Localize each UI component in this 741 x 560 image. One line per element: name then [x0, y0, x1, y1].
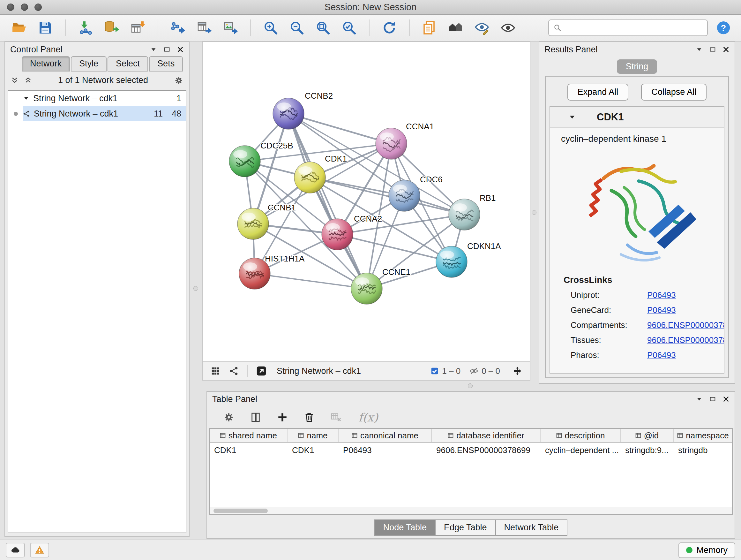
panel-float-icon[interactable]: [709, 46, 716, 53]
zoom-fit-button[interactable]: [312, 17, 334, 38]
tab-string[interactable]: String: [617, 59, 657, 74]
node-CCNA2[interactable]: [322, 219, 353, 250]
import-table-button[interactable]: [126, 17, 149, 38]
column-header-description[interactable]: description: [541, 429, 621, 442]
control-panel-title: Control Panel: [10, 45, 63, 55]
table-settings-button[interactable]: [220, 409, 238, 426]
collapse-tree-icon[interactable]: [11, 77, 18, 84]
function-builder-button[interactable]: f(x): [358, 411, 378, 424]
node-CDKN1A[interactable]: [436, 246, 467, 277]
column-header-name[interactable]: name: [287, 429, 339, 442]
tab-style[interactable]: Style: [71, 56, 107, 71]
zoom-selected-button[interactable]: [338, 17, 360, 38]
crosslink-row: Compartments:9606.ENSP00000378699: [550, 318, 724, 333]
delete-table-button[interactable]: [327, 409, 345, 426]
panel-float-icon[interactable]: [163, 46, 171, 53]
column-header-id[interactable]: @id: [621, 429, 674, 442]
tree-row[interactable]: String Network – cdk11: [8, 91, 186, 106]
delete-column-button[interactable]: [300, 409, 318, 426]
panel-close-icon[interactable]: [723, 46, 730, 53]
node-CDC25B[interactable]: [229, 145, 260, 177]
tree-row[interactable]: String Network – cdk11148: [8, 106, 186, 121]
open-in-window-button[interactable]: [253, 363, 270, 379]
node-CCNE1[interactable]: [351, 273, 382, 304]
show-columns-button[interactable]: [247, 409, 265, 426]
network-options-gear-icon[interactable]: [174, 76, 183, 85]
import-network-file-button[interactable]: [74, 17, 97, 38]
tab-sets[interactable]: Sets: [149, 56, 183, 71]
edge-CCNB2-CCNA1[interactable]: [288, 114, 391, 144]
panel-collapse-icon[interactable]: [696, 395, 703, 402]
add-column-button[interactable]: [273, 409, 291, 426]
protein-entry: CDK1 cyclin–dependent kinase 1 CrossLin: [549, 106, 724, 374]
crosslink-row: Uniprot:P06493: [550, 288, 724, 303]
node-CDK1[interactable]: [294, 162, 326, 193]
node-CDC6[interactable]: [389, 180, 420, 211]
import-network-db-button[interactable]: [100, 17, 123, 38]
node-CCNB1[interactable]: [238, 208, 269, 240]
export-network-button[interactable]: [166, 17, 190, 38]
table-row[interactable]: CDK1CDK1P064939606.ENSP00000378699cyclin…: [210, 443, 732, 457]
export-table-button[interactable]: [193, 17, 216, 38]
panel-collapse-icon[interactable]: [150, 46, 157, 53]
network-canvas[interactable]: CCNB2CCNA1CDC25BCDK1CDC6RB1CCNB1CCNA2CDK…: [203, 42, 530, 361]
crosslink-link[interactable]: 9606.ENSP00000378699: [647, 320, 724, 330]
expand-tree-icon[interactable]: [24, 77, 32, 84]
tab-select[interactable]: Select: [108, 56, 148, 71]
collapse-all-button[interactable]: Collapse All: [641, 84, 706, 101]
search-input[interactable]: [565, 23, 703, 33]
warnings-button[interactable]: [30, 543, 49, 557]
save-session-button[interactable]: [34, 17, 57, 38]
pan-button[interactable]: [509, 363, 526, 379]
crosslink-link[interactable]: 9606.ENSP00000378699: [647, 335, 724, 345]
tab-network[interactable]: Network: [22, 56, 70, 71]
table-cell: 9606.ENSP00000378699: [432, 445, 541, 455]
tab-edge-table[interactable]: Edge Table: [435, 519, 496, 536]
expander-icon[interactable]: [23, 95, 29, 102]
refresh-button[interactable]: [378, 17, 401, 38]
birdseye-button[interactable]: [226, 363, 242, 379]
scrollbar-thumb[interactable]: [213, 509, 268, 513]
crosslink-link[interactable]: P06493: [647, 290, 676, 300]
cloud-status-button[interactable]: [6, 543, 25, 557]
grid-view-button[interactable]: [207, 363, 224, 379]
selected-checkbox-icon[interactable]: [430, 367, 439, 375]
protein-entry-header[interactable]: CDK1: [550, 107, 724, 128]
splitter-handle[interactable]: [468, 383, 473, 388]
open-session-button[interactable]: [8, 17, 30, 38]
horizontal-scrollbar[interactable]: [210, 507, 732, 514]
panel-collapse-icon[interactable]: [696, 46, 703, 53]
panel-close-icon[interactable]: [723, 395, 730, 402]
export-image-button[interactable]: [219, 17, 242, 38]
node-CCNA1[interactable]: [376, 128, 407, 159]
column-header-shared-name[interactable]: shared name: [210, 429, 287, 442]
hidden-eye-icon[interactable]: [469, 367, 478, 375]
hide-details-button[interactable]: [470, 17, 493, 38]
entry-expander-icon[interactable]: [569, 114, 576, 121]
node-RB1[interactable]: [449, 199, 480, 230]
tab-node-table[interactable]: Node Table: [374, 519, 435, 536]
duplicate-network-button[interactable]: [418, 17, 441, 38]
edge-HIST1H1A-CCNE1[interactable]: [255, 273, 367, 289]
splitter-handle[interactable]: [193, 286, 198, 291]
help-button[interactable]: [714, 18, 733, 38]
column-icon: [635, 432, 642, 439]
expand-all-button[interactable]: Expand All: [567, 84, 629, 101]
zoom-in-button[interactable]: [259, 17, 282, 38]
column-header-database-identifier[interactable]: database identifier: [432, 429, 541, 442]
overview-button[interactable]: [444, 17, 467, 38]
node-CCNB2[interactable]: [273, 98, 304, 129]
tab-network-table[interactable]: Network Table: [496, 519, 568, 536]
network-share-icon: [229, 366, 239, 376]
crosslink-link[interactable]: P06493: [647, 350, 676, 360]
column-header-canonical-name[interactable]: canonical name: [339, 429, 432, 442]
show-details-button[interactable]: [496, 17, 520, 38]
splitter-handle[interactable]: [532, 210, 536, 215]
columns-icon: [250, 412, 261, 423]
column-header-namespace[interactable]: namespace: [674, 429, 732, 442]
zoom-out-button[interactable]: [285, 17, 308, 38]
panel-float-icon[interactable]: [709, 395, 716, 402]
memory-button[interactable]: Memory: [678, 543, 735, 558]
crosslink-link[interactable]: P06493: [647, 305, 676, 315]
panel-close-icon[interactable]: [177, 46, 184, 53]
